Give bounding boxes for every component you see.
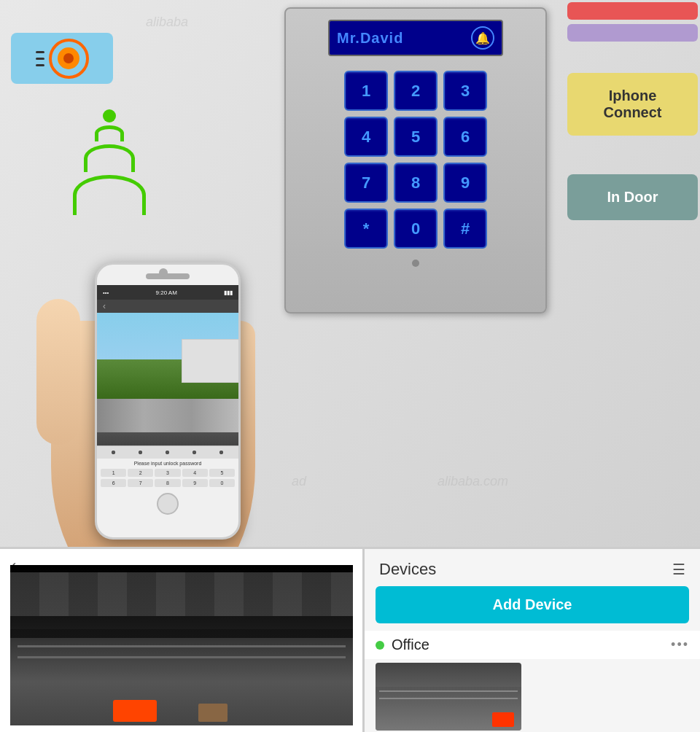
keypad-grid: 1 2 3 4 5 6 7 8 9 * 0 # xyxy=(344,71,487,249)
keypad-indicator-dot xyxy=(412,260,419,267)
phone-password-label: Please input unlock password xyxy=(101,461,235,466)
phone-signal: ••• xyxy=(103,289,109,296)
phone-icon-bar: ⏺ ⏺ ⏺ ⏺ ⏺ xyxy=(97,445,238,459)
phone-home-button[interactable] xyxy=(157,493,179,515)
wifi-arc-inner xyxy=(95,125,124,141)
devices-title: Devices xyxy=(379,560,436,579)
camera-logo-inner xyxy=(33,40,91,77)
phone-key-3[interactable]: 3 xyxy=(155,469,180,477)
keypad-key-7[interactable]: 7 xyxy=(344,163,388,203)
phone-controls: ⏺ ⏺ ⏺ ⏺ ⏺ xyxy=(100,449,236,456)
phone-camera-view xyxy=(97,313,238,445)
keypad-key-4[interactable]: 4 xyxy=(344,117,388,157)
keypad-device: Mr.David 🔔 1 2 3 4 5 6 7 8 9 * 0 # xyxy=(284,7,547,314)
iphone-connect-button[interactable]: Iphone Connect xyxy=(567,73,698,136)
phone-key-0[interactable]: 0 xyxy=(209,479,235,487)
keypad-key-hash[interactable]: # xyxy=(443,209,487,249)
keypad-key-star[interactable]: * xyxy=(344,209,388,249)
wifi-arc-middle xyxy=(84,144,135,172)
video-interior xyxy=(10,638,353,725)
phone-screen: ••• 9:20 AM ▮▮▮ ‹ xyxy=(97,285,238,489)
left-video-panel: ‹ 2014-12-11 11:57:33 xyxy=(0,549,365,732)
phone-body: ••• 9:20 AM ▮▮▮ ‹ xyxy=(95,262,241,540)
phone-status-bar: ••• 9:20 AM ▮▮▮ xyxy=(97,285,238,300)
phone-key-6[interactable]: 6 xyxy=(101,479,126,487)
phone-key-8[interactable]: 8 xyxy=(155,479,180,487)
top-section: alibaba ad alibaba.com Iphone Connect In… xyxy=(0,0,700,547)
device-thumb-interior xyxy=(376,687,521,731)
phone-back-arrow: ‹ xyxy=(103,301,106,311)
camera-line-3 xyxy=(36,64,44,66)
keypad-key-0[interactable]: 0 xyxy=(394,209,438,249)
devices-panel: Devices ☰ Add Device Office ••• xyxy=(365,549,700,732)
bottom-section: ‹ 2014-12-11 11:57:33 Devices ☰ Add Devi xyxy=(0,547,700,732)
device-thumbnail[interactable] xyxy=(376,663,521,731)
device-status-indicator xyxy=(376,641,384,650)
phone-key-7[interactable]: 7 xyxy=(128,479,153,487)
thumb-object xyxy=(492,712,514,727)
keypad-key-2[interactable]: 2 xyxy=(394,71,438,111)
keypad-key-1[interactable]: 1 xyxy=(344,71,388,111)
phone-key-5[interactable]: 5 xyxy=(209,469,235,477)
camera-line-1 xyxy=(36,51,44,53)
shelf-line-1 xyxy=(18,645,346,647)
phone-control-icon-1: ⏺ xyxy=(111,449,117,456)
phone-control-icon-3: ⏺ xyxy=(165,449,171,456)
phone-nav-bar: ‹ xyxy=(97,300,238,313)
video-ceiling xyxy=(10,572,353,616)
phone-control-icon-5: ⏺ xyxy=(219,449,225,456)
phone-password-area: Please input unlock password 1 2 3 4 5 6… xyxy=(97,459,238,489)
phone-key-2[interactable]: 2 xyxy=(128,469,153,477)
keypad-key-5[interactable]: 5 xyxy=(394,117,438,157)
keypad-screen: Mr.David 🔔 xyxy=(328,20,503,56)
add-device-button[interactable]: Add Device xyxy=(376,586,689,623)
phone-numpad-row1: 1 2 3 4 5 xyxy=(101,469,235,477)
keypad-key-9[interactable]: 9 xyxy=(443,163,487,203)
camera-eye-icon xyxy=(49,39,89,79)
phone-control-icon-2: ⏺ xyxy=(138,449,144,456)
camera-building xyxy=(182,339,238,383)
thumb-line-2 xyxy=(379,698,518,699)
hand-illustration: ••• 9:20 AM ▮▮▮ ‹ xyxy=(36,175,277,547)
devices-menu-icon[interactable]: ☰ xyxy=(672,561,685,578)
camera-line-2 xyxy=(36,58,44,60)
phone-numpad-row2: 6 7 8 9 0 xyxy=(101,479,235,487)
camera-eye-inner xyxy=(58,47,79,69)
phone-with-wifi: ••• 9:20 AM ▮▮▮ ‹ xyxy=(36,102,270,540)
shelf-line-2 xyxy=(18,656,346,658)
in-door-button[interactable]: In Door xyxy=(567,174,698,220)
video-feed: 2014-12-11 11:57:33 xyxy=(10,565,353,725)
finger-left xyxy=(36,299,80,445)
camera-logo xyxy=(11,33,113,84)
phone-key-1[interactable]: 1 xyxy=(101,469,126,477)
device-more-button[interactable]: ••• xyxy=(671,637,689,653)
phone-speaker xyxy=(146,273,190,279)
camera-driveway xyxy=(97,399,238,432)
keypad-key-3[interactable]: 3 xyxy=(443,71,487,111)
camera-pupil xyxy=(63,53,74,63)
purple-button[interactable] xyxy=(567,24,698,42)
device-item-office: Office ••• xyxy=(365,631,700,659)
keypad-key-8[interactable]: 8 xyxy=(394,163,438,203)
phone-control-icon-4: ⏺ xyxy=(192,449,198,456)
wifi-dot xyxy=(103,109,116,122)
keypad-screen-name: Mr.David xyxy=(337,30,403,47)
phone-camera-front xyxy=(159,268,168,277)
phone-battery: ▮▮▮ xyxy=(224,289,233,296)
video-object-1 xyxy=(113,700,157,722)
video-content: 2014-12-11 11:57:33 xyxy=(10,565,353,725)
right-button-group: Iphone Connect In Door xyxy=(565,0,700,222)
phone-time: 9:20 AM xyxy=(156,289,177,296)
video-object-2 xyxy=(198,704,228,722)
phone-key-9[interactable]: 9 xyxy=(182,479,208,487)
device-name: Office xyxy=(392,636,671,653)
keypad-key-6[interactable]: 6 xyxy=(443,117,487,157)
bell-icon: 🔔 xyxy=(471,26,494,50)
devices-header: Devices ☰ xyxy=(365,549,700,586)
phone-key-4[interactable]: 4 xyxy=(182,469,208,477)
red-button[interactable] xyxy=(567,2,698,20)
device-thumb-content xyxy=(376,663,521,731)
thumb-line-1 xyxy=(379,690,518,692)
